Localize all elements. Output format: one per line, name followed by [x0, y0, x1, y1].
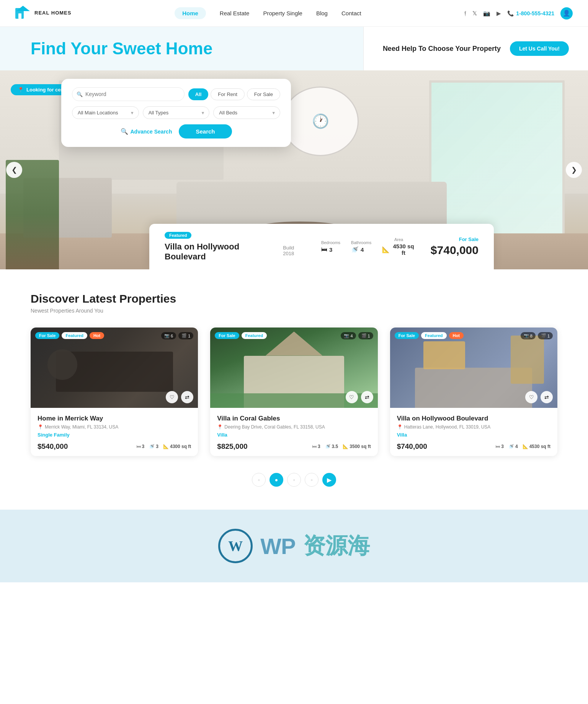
prop-card-1-stats: 🛏 3 🚿 3 📐 4300 sq ft [136, 444, 191, 449]
page-btn-1[interactable]: ◦ [252, 473, 266, 487]
instagram-icon[interactable]: 📷 [483, 10, 490, 17]
compare-btn-1[interactable]: ⇄ [181, 391, 193, 403]
photo-count-badge-3: 📷8 [521, 332, 536, 339]
bath-icon: 🚿 [351, 246, 359, 253]
prop-card-3-address: 📍 Hatteras Lane, Hollywood, FL 33019, US… [397, 424, 550, 430]
for-sale-label: For Sale [431, 236, 479, 242]
nav-contact[interactable]: Contact [341, 10, 361, 16]
tab-for-sale[interactable]: For Sale [247, 88, 280, 100]
pin-icon-3: 📍 [397, 424, 403, 430]
prop-card-1-title[interactable]: Home in Merrick Way [38, 415, 191, 422]
area-value: 4530 sq ft [392, 243, 415, 256]
prop-card-2-title[interactable]: Villa in Coral Gables [217, 415, 371, 422]
prop-card-2-type[interactable]: Villa [217, 432, 371, 438]
favorite-btn-2[interactable]: ♡ [346, 391, 358, 403]
advance-search-btn[interactable]: 🔍 Advance Search [121, 128, 172, 135]
page-btn-3[interactable]: ◦ [287, 473, 301, 487]
for-sale-tag-1: For Sale [35, 332, 59, 339]
bedrooms-stat: Bedrooms 🛏 3 [321, 240, 340, 253]
phone-icon: 📞 [507, 10, 514, 16]
logo-text: REAL HOMES [34, 10, 71, 16]
search-input-icon: 🔍 [77, 91, 83, 97]
hero-property-card: Featured Villa on Hollywood Boulevard Bu… [149, 224, 494, 269]
hero-headline-area: Find Your Sweet Home [0, 27, 363, 70]
svg-rect-2 [18, 13, 21, 19]
bed-icon-1: 🛏 [136, 444, 141, 449]
search-box: 🔍 All For Rent For Sale All Main Locatio… [61, 79, 291, 147]
search-btn[interactable]: Search [179, 124, 232, 139]
photo-count-badge-1: 📷 6 [161, 332, 176, 339]
hero-prop-price-area: For Sale $740,000 [431, 236, 479, 257]
tab-for-rent[interactable]: For Rent [211, 88, 245, 100]
hot-tag-1: Hot [90, 332, 104, 339]
compare-btn-2[interactable]: ⇄ [361, 391, 373, 403]
facebook-icon[interactable]: 𝔣 [464, 10, 466, 17]
camera-icon-1: 📷 [164, 333, 170, 338]
prop-card-1-footer: $540,000 🛏 3 🚿 3 📐 4300 sq ft [38, 442, 191, 451]
twitter-icon[interactable]: 𝕏 [472, 10, 477, 17]
video-icon-1: 🎬 [181, 333, 187, 338]
page-btn-2[interactable]: ● [270, 473, 283, 487]
wp-chinese-text: 资源海 [303, 531, 370, 561]
prop-card-2-address: 📍 Deering Bay Drive, Coral Gables, FL 33… [217, 424, 371, 430]
video-count-badge-3: 🎬1 [538, 332, 553, 339]
nav-home[interactable]: Home [175, 7, 206, 19]
prop-card-3-title[interactable]: Villa on Hollywood Boulevard [397, 415, 550, 422]
bed-icon-2: 🛏 [312, 444, 317, 449]
favorite-btn-3[interactable]: ♡ [525, 391, 537, 403]
page-btn-4[interactable]: ◦ [305, 473, 318, 487]
tab-all[interactable]: All [188, 88, 209, 100]
area-icon-3: 📐 [523, 444, 528, 449]
beds-stat-1: 🛏 3 [136, 444, 145, 449]
nav-blog[interactable]: Blog [316, 10, 328, 16]
beds-select[interactable]: All Beds [213, 106, 280, 119]
prop-card-3-footer: $740,000 🛏 3 🚿 4 📐 4530 sq ft [397, 442, 550, 451]
featured-tag-3: Featured [421, 332, 446, 339]
prop-card-3-stats: 🛏 3 🚿 4 📐 4530 sq ft [495, 444, 550, 449]
compare-btn-3[interactable]: ⇄ [541, 391, 553, 403]
bathrooms-value: 4 [361, 246, 364, 253]
for-sale-tag-2: For Sale [215, 332, 239, 339]
prop-card-2-body: Villa in Coral Gables 📍 Deering Bay Driv… [210, 408, 377, 456]
user-avatar[interactable]: 👤 [560, 7, 573, 20]
prop-card-3-type[interactable]: Villa [397, 432, 550, 438]
call-btn[interactable]: Let Us Call You! [510, 41, 569, 56]
youtube-icon[interactable]: ▶ [497, 10, 501, 17]
bed-icon-3: 🛏 [495, 444, 500, 449]
bed-icon: 🛏 [321, 246, 327, 253]
prop-card-1-price: $540,000 [38, 442, 68, 451]
prop-card-1-type[interactable]: Single Family [38, 432, 191, 438]
section-subtitle: Newest Properties Around You [31, 308, 557, 314]
video-count-badge-2: 🎬1 [358, 332, 373, 339]
prop3-media-icons: 📷8 🎬1 [521, 332, 553, 339]
page-next-btn[interactable]: ▶ [322, 473, 336, 487]
filter-tabs: All For Rent For Sale [188, 88, 280, 100]
phone-link[interactable]: 📞 1-800-555-4321 [507, 10, 554, 16]
prop-card-1-address: 📍 Merrick Way, Miami, FL 33134, USA [38, 424, 191, 430]
prop1-tags: For Sale Featured Hot [35, 332, 104, 339]
area-stat: Area 📐 4530 sq ft [382, 237, 415, 256]
location-select[interactable]: All Main Locations [72, 106, 139, 119]
hero-prev-btn[interactable]: ❮ [6, 162, 22, 178]
prop3-actions: ♡ ⇄ [525, 391, 553, 403]
hero-next-btn[interactable]: ❯ [566, 162, 582, 178]
favorite-btn-1[interactable]: ♡ [166, 391, 178, 403]
bath-stat-1: 🚿 3 [149, 444, 158, 449]
prop1-actions: ♡ ⇄ [166, 391, 193, 403]
prop2-tags: For Sale Featured [215, 332, 267, 339]
photo-count-badge-2: 📷4 [341, 332, 356, 339]
pin-icon-1: 📍 [38, 424, 43, 430]
logo[interactable]: REAL HOMES [15, 5, 71, 22]
area-icon-2: 📐 [343, 444, 348, 449]
prop-card-3-price: $740,000 [397, 442, 427, 451]
prop2-media-icons: 📷4 🎬1 [341, 332, 373, 339]
type-select[interactable]: All Types [143, 106, 210, 119]
properties-grid: For Sale Featured Hot 📷 6 🎬 1 ♡ [31, 328, 557, 456]
hero-prop-stats: Bedrooms 🛏 3 Bathrooms 🚿 4 Area 📐 4530 s… [321, 237, 415, 256]
keyword-input[interactable] [72, 87, 185, 101]
logo-icon [15, 5, 31, 22]
nav-real-estate[interactable]: Real Estate [220, 10, 250, 16]
nav-property-single[interactable]: Property Single [263, 10, 302, 16]
prop-card-3-image: For Sale Featured Hot 📷8 🎬1 ♡ ⇄ [390, 328, 557, 408]
featured-tag-2: Featured [242, 332, 267, 339]
